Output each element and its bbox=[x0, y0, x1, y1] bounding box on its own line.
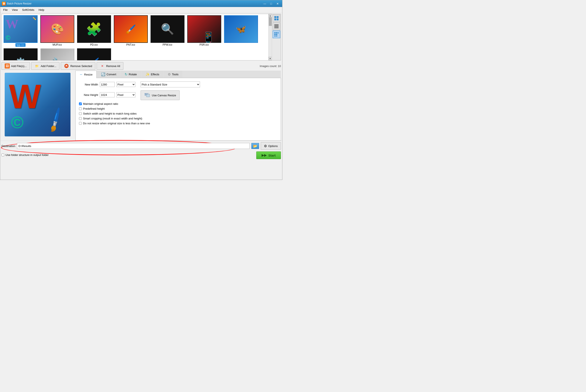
gallery-scrollbar[interactable]: ▲ ▼ bbox=[268, 14, 272, 60]
remove-all-button[interactable]: ✕ Remove All bbox=[97, 62, 123, 70]
browse-icon: 📂 bbox=[253, 144, 257, 148]
svg-rect-9 bbox=[276, 32, 277, 34]
folder-structure-label: Use folder structure in output folder bbox=[6, 153, 49, 156]
view-thumbnails-btn[interactable] bbox=[273, 30, 280, 38]
scroll-track[interactable] bbox=[268, 18, 272, 57]
window-controls: — □ ✕ bbox=[262, 1, 280, 6]
view-thumbnails-large-btn[interactable] bbox=[273, 14, 280, 22]
new-width-label: New Width bbox=[79, 83, 98, 86]
scroll-down-btn[interactable]: ▼ bbox=[268, 57, 272, 60]
width-row: New Width Pixel Percent Pick a Standard … bbox=[79, 82, 277, 88]
gallery-label-psr: PSR.ico bbox=[200, 43, 209, 46]
action-toolbar: 🖼 Add File(s)... 📁 Add Folder... Remove … bbox=[0, 61, 282, 71]
width-unit-select[interactable]: Pixel Percent bbox=[116, 82, 135, 87]
add-files-button[interactable]: 🖼 Add File(s)... bbox=[2, 62, 30, 70]
folder-structure-row: Use folder structure in output folder bbox=[2, 153, 49, 156]
switch-wh-label: Switch width and height to match long si… bbox=[83, 112, 137, 115]
gallery-item-psr[interactable]: 📱 PSR.ico bbox=[187, 15, 222, 47]
canvas-resize-container: Use Canvas Resize bbox=[141, 90, 180, 100]
tab-effects[interactable]: ✨ Effects bbox=[141, 71, 163, 78]
tools-tab-icon: ⚙ bbox=[168, 72, 171, 76]
gallery-item-pd[interactable]: 🧩 PD.ico bbox=[76, 15, 111, 47]
options-label: Options bbox=[268, 144, 278, 148]
svg-rect-7 bbox=[274, 28, 278, 28]
preview-c-letter: © bbox=[11, 113, 24, 132]
gallery-item-bpp[interactable]: W © ✏️ bpp.ico bbox=[3, 15, 38, 47]
gallery-scroll-area[interactable]: W © ✏️ bpp.ico 🎨 MUP.ico 🧩 PD.ico bbox=[2, 14, 268, 60]
svg-rect-8 bbox=[274, 32, 275, 34]
convert-tab-icon: 🔄 bbox=[101, 72, 105, 76]
menu-view[interactable]: View bbox=[10, 8, 20, 12]
gallery-item-7[interactable]: 🦋 bbox=[223, 15, 258, 47]
smart-cropping-checkbox[interactable] bbox=[79, 117, 82, 120]
scroll-thumb[interactable] bbox=[269, 18, 272, 26]
close-button[interactable]: ✕ bbox=[274, 1, 280, 6]
tab-tools[interactable]: ⚙ Tools bbox=[164, 71, 182, 78]
gallery-item-mup[interactable]: 🎨 MUP.ico bbox=[40, 15, 75, 47]
options-button[interactable]: ⚙ Options bbox=[261, 142, 281, 150]
tab-rotate[interactable]: ↻ Rotate bbox=[121, 71, 141, 78]
images-count: Images count: 10 bbox=[260, 64, 281, 68]
menu-bar: File View SoftOrbits Help bbox=[0, 7, 282, 13]
maintain-aspect-checkbox[interactable] bbox=[79, 102, 82, 105]
switch-wh-row: Switch width and height to match long si… bbox=[79, 112, 277, 115]
remove-selected-icon bbox=[64, 64, 69, 68]
resize-tab-label: Resize bbox=[84, 73, 93, 76]
tab-resize[interactable]: ↔ Resize bbox=[75, 71, 97, 78]
rotate-tab-label: Rotate bbox=[129, 73, 137, 76]
menu-softorbits[interactable]: SoftOrbits bbox=[20, 8, 37, 12]
gallery-item-ppw[interactable]: 🔍 PPW.ico bbox=[150, 15, 185, 47]
gallery-view-tools bbox=[272, 14, 281, 60]
preview-w-letter: W bbox=[9, 77, 41, 116]
svg-rect-13 bbox=[274, 36, 275, 36]
gallery-item-pnt[interactable]: 🖌️ PNT.ico bbox=[113, 15, 148, 47]
start-button[interactable]: ▶▶ Start bbox=[256, 152, 281, 159]
effects-tab-icon: ✨ bbox=[145, 72, 150, 76]
view-list-btn[interactable] bbox=[273, 22, 280, 30]
app-title: Batch Picture Resizer bbox=[7, 2, 262, 5]
add-folder-label: Add Folder... bbox=[41, 64, 57, 68]
add-folder-button[interactable]: 📁 Add Folder... bbox=[31, 62, 60, 70]
minimize-button[interactable]: — bbox=[262, 1, 268, 6]
maximize-button[interactable]: □ bbox=[268, 1, 274, 6]
canvas-resize-icon bbox=[144, 92, 150, 98]
preview-image: W © 🖌️ bbox=[5, 73, 71, 136]
bottom-row2: Use folder structure in output folder ▶▶… bbox=[2, 150, 281, 159]
destination-input[interactable] bbox=[17, 143, 250, 149]
svg-rect-1 bbox=[277, 16, 278, 18]
rotate-tab-icon: ↻ bbox=[125, 72, 127, 76]
svg-rect-14 bbox=[276, 36, 277, 36]
standard-size-select[interactable]: Pick a Standard Size bbox=[141, 82, 200, 88]
switch-wh-checkbox[interactable] bbox=[79, 112, 82, 115]
resize-tab-icon: ↔ bbox=[79, 72, 83, 76]
gallery-item-10[interactable]: 🖌️ bbox=[76, 48, 111, 60]
svg-rect-4 bbox=[274, 24, 278, 25]
convert-tab-label: Convert bbox=[107, 73, 116, 76]
svg-rect-5 bbox=[274, 26, 278, 26]
preview-brush: 🖌️ bbox=[41, 106, 70, 134]
svg-rect-10 bbox=[278, 32, 278, 34]
start-icon: ▶▶ bbox=[261, 153, 267, 157]
height-input[interactable] bbox=[100, 92, 115, 97]
standard-size-container: Pick a Standard Size bbox=[141, 82, 200, 88]
gallery-item-8[interactable]: ⚙️ bbox=[3, 48, 38, 60]
predefined-height-checkbox[interactable] bbox=[79, 107, 82, 110]
tab-convert[interactable]: 🔄 Convert bbox=[97, 71, 120, 78]
gallery-item-9[interactable]: 🔧 bbox=[40, 48, 75, 60]
folder-structure-checkbox[interactable] bbox=[2, 154, 4, 156]
predefined-height-label: Predefined height bbox=[83, 107, 105, 110]
scroll-up-btn[interactable]: ▲ bbox=[268, 14, 272, 18]
remove-selected-button[interactable]: Remove Selected bbox=[61, 62, 95, 70]
width-input[interactable] bbox=[100, 82, 115, 87]
canvas-resize-button[interactable]: Use Canvas Resize bbox=[141, 90, 180, 100]
no-resize-checkbox[interactable] bbox=[79, 122, 82, 125]
bottom-bar: Destination 📂 ⚙ Options Use folder struc… bbox=[0, 141, 282, 160]
resize-panel: New Width Pixel Percent Pick a Standard … bbox=[75, 78, 281, 141]
add-folder-icon: 📁 bbox=[34, 64, 40, 68]
menu-help[interactable]: Help bbox=[37, 8, 47, 12]
height-unit-select[interactable]: Pixel Percent bbox=[116, 92, 135, 97]
menu-file[interactable]: File bbox=[1, 8, 10, 12]
predefined-height-row: Predefined height bbox=[79, 107, 277, 110]
destination-browse-button[interactable]: 📂 bbox=[251, 143, 259, 149]
maintain-aspect-label: Maintain original aspect ratio bbox=[83, 102, 118, 106]
